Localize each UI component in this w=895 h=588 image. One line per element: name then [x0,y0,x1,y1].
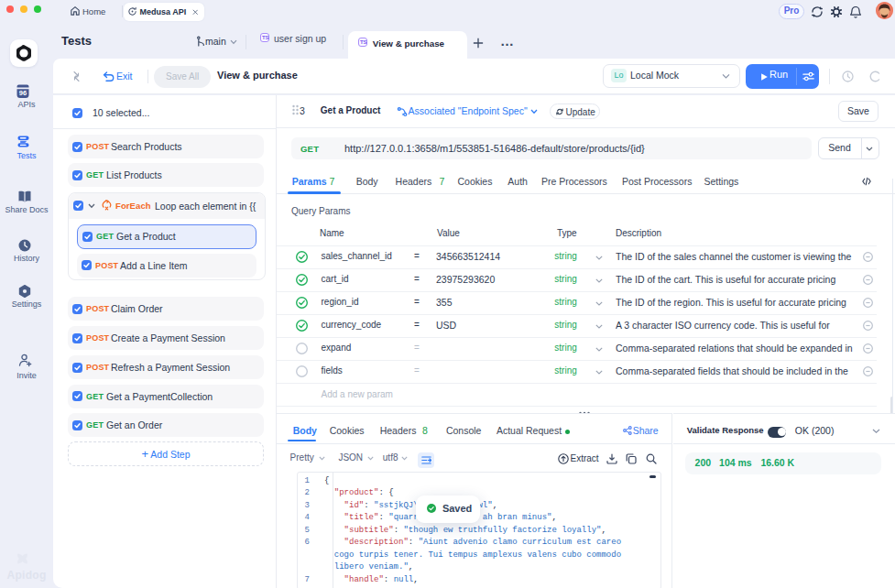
svg-text:96: 96 [19,89,27,97]
